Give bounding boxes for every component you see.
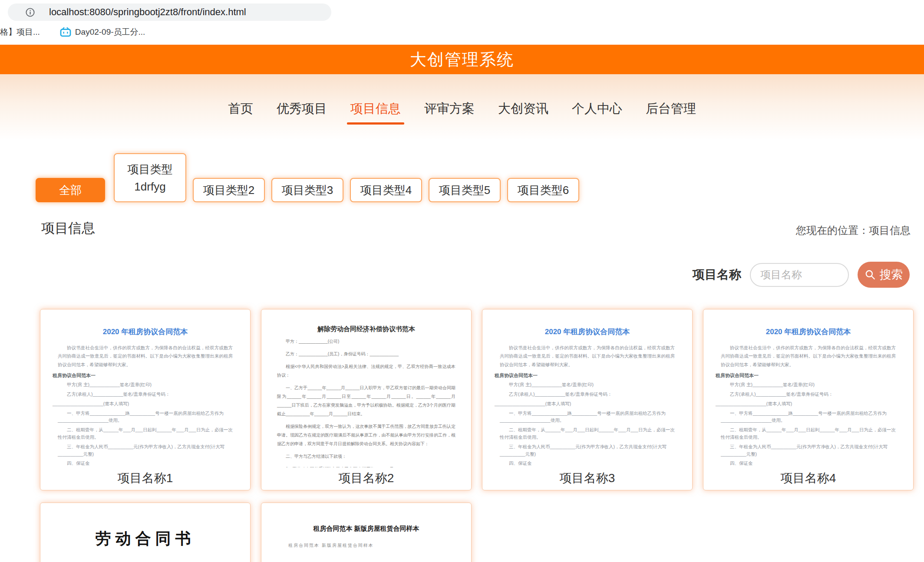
project-card[interactable]: 解除劳动合同经济补偿协议书范本 甲方：____________(公司) 乙方：_…	[261, 309, 472, 490]
filter-type1-button[interactable]: 项目类型 1drfyg	[114, 153, 186, 202]
doc-line: 乙方：____________(员工)，身份证号码：____________	[277, 350, 455, 358]
nav-item-project-info[interactable]: 项目信息	[349, 100, 403, 125]
document-thumbnail: 2020 年租房协议合同范本 协议书是社会生活中，供作的双方或数方，为保障各自的…	[487, 314, 688, 467]
nav-item-excellent-projects[interactable]: 优秀项目	[275, 100, 329, 125]
filter-type5-button[interactable]: 项目类型5	[429, 178, 501, 202]
project-card[interactable]: 2020 年租房协议合同范本 协议书是社会生活中，供作的双方或数方，为保障各自的…	[482, 309, 693, 490]
doc-paragraph: 协议书是社会生活中，供作的双方或数方，为保障各自的合法权益，经双方或数方共同协商…	[500, 344, 675, 369]
doc-line: ____________________(需本人填写)	[495, 400, 675, 408]
filter-type6-button[interactable]: 项目类型6	[507, 178, 579, 202]
filter-type1-line1: 项目类型	[128, 162, 173, 177]
filter-all-button[interactable]: 全部	[36, 178, 105, 202]
doc-line: 一、甲方将______________路__________号一楼一底的房屋出租…	[721, 410, 896, 424]
bookmark-label: Day02-09-员工分...	[75, 26, 145, 38]
nav-item-news[interactable]: 大创资讯	[496, 100, 550, 125]
bookmarks-bar: 格】项目... Day02-09-员工分...	[0, 25, 165, 39]
doc-line: ____________________(需本人填写)	[53, 400, 233, 408]
project-card-grid: 2020 年租房协议合同范本 协议书是社会生活中，供作的双方或数方，为保障各自的…	[40, 309, 908, 562]
filter-type2-button[interactable]: 项目类型2	[193, 178, 265, 202]
nav-item-review-plan[interactable]: 评审方案	[422, 100, 476, 125]
url-text[interactable]: localhost:8080/springbootj2zt8/front/ind…	[49, 7, 246, 18]
doc-line: 1、至劳动合同关系解除之日止乙方医疗期工资______元。	[277, 465, 455, 467]
doc-line: 甲方：____________(公司)	[277, 337, 455, 346]
doc-line: 四、保证金	[500, 460, 675, 467]
doc-line: 一、乙方于______年______月______日入职甲方，甲乙双方签订的最后…	[277, 384, 455, 418]
document-thumbnail: 解除劳动合同经济补偿协议书范本 甲方：____________(公司) 乙方：_…	[266, 314, 467, 467]
browser-url-bar[interactable]: localhost:8080/springbootj2zt8/front/ind…	[8, 3, 331, 21]
document-thumbnail: 2020 年租房协议合同范本 协议书是社会生活中，供作的双方或数方，为保障各自的…	[45, 314, 246, 467]
project-card-title[interactable]: 项目名称2	[261, 467, 471, 489]
doc-heading: 租房协议合同范本一	[716, 372, 901, 379]
bilibili-icon	[60, 27, 71, 37]
doc-line: ____________________(需本人填写)	[716, 400, 896, 408]
doc-line: 四、保证金	[721, 460, 896, 467]
project-card[interactable]: 2020 年租房协议合同范本 协议书是社会生活中，供作的双方或数方，为保障各自的…	[703, 309, 914, 490]
doc-line: 四、保证金	[58, 460, 233, 467]
doc-line: 三、年租金为人民币__________元(作为甲方净收入)，乙方共现金支付(计大…	[58, 443, 233, 458]
doc-line: 乙方(承租人)____________签名/盖章身份证号码：	[721, 391, 896, 398]
bookmark-item[interactable]: Day02-09-员工分...	[60, 26, 145, 38]
doc-subtitle: 租房合同范本 新版房屋租赁合同样本	[288, 542, 467, 549]
nav-band: 首页 优秀项目 项目信息 评审方案 大创资讯 个人中心 后台管理	[0, 74, 924, 140]
project-card-title[interactable]: 项目名称4	[703, 467, 913, 489]
doc-title: 2020 年租房协议合同范本	[708, 327, 909, 337]
doc-line: 三、年租金为人民币__________元(作为甲方净收入)，乙方共现金支付(计大…	[721, 443, 896, 458]
app-header: 大创管理系统	[0, 45, 924, 74]
search-button[interactable]: 搜索	[858, 262, 910, 288]
search-input[interactable]	[750, 263, 849, 287]
search-icon	[865, 269, 876, 280]
project-card[interactable]: 2020 年租房协议合同范本 协议书是社会生活中，供作的双方或数方，为保障各自的…	[40, 309, 251, 490]
search-button-label: 搜索	[880, 267, 903, 283]
bookmark-label: 格】项目...	[0, 26, 40, 38]
doc-line: 乙方(承租人)____________签名/盖章身份证号码：	[58, 391, 233, 398]
search-label: 项目名称	[693, 266, 741, 283]
document-thumbnail: 租房合同范本 新版房屋租赁合同样本 租房合同范本 新版房屋租赁合同样本 范本一：…	[266, 507, 467, 562]
page-title: 项目信息	[41, 219, 95, 237]
doc-title: 租房合同范本 新版房屋租赁合同样本	[266, 525, 467, 533]
nav-item-personal-center[interactable]: 个人中心	[570, 100, 624, 125]
doc-title: 2020 年租房协议合同范本	[487, 327, 688, 337]
filter-type4-button[interactable]: 项目类型4	[350, 178, 422, 202]
project-card-title[interactable]: 项目名称3	[482, 467, 692, 489]
doc-line: 二、租期壹年，从______年___月___日起到______年___月___日…	[500, 426, 675, 441]
bookmark-item[interactable]: 格】项目...	[0, 26, 40, 38]
doc-line: 一、甲方将______________路__________号一楼一底的房屋出租…	[500, 410, 675, 424]
nav-item-admin[interactable]: 后台管理	[644, 100, 698, 125]
breadcrumb: 您现在的位置：项目信息	[796, 223, 911, 237]
doc-line: 甲方(房 主)____________签名/盖章(红印)	[58, 381, 233, 388]
doc-heading: 租房协议合同范本一	[495, 372, 680, 379]
doc-line: 二、租期壹年，从______年___月___日起到______年___月___日…	[721, 426, 896, 441]
doc-line: 二、租期壹年，从______年___月___日起到______年___月___日…	[58, 426, 233, 441]
doc-line: 二、甲方与乙方结清以下款项：	[277, 452, 455, 461]
doc-title: 劳动合同书	[45, 528, 246, 549]
project-card[interactable]: 劳动合同书 甲方（用人单位）名 称：________________ 企 业 类…	[40, 503, 251, 562]
project-card-title[interactable]: 项目名称1	[40, 467, 250, 489]
app-title: 大创管理系统	[410, 49, 514, 71]
main-nav: 首页 优秀项目 项目信息 评审方案 大创资讯 个人中心 后台管理	[0, 100, 924, 125]
info-icon[interactable]	[25, 7, 35, 17]
filter-type3-button[interactable]: 项目类型3	[271, 178, 343, 202]
doc-line: 一、甲方将______________路__________号一楼一底的房屋出租…	[58, 410, 233, 424]
doc-paragraph: 协议书是社会生活中，供作的双方或数方，为保障各自的合法权益，经双方或数方共同协商…	[721, 344, 896, 369]
section-heading-row: 项目信息 您现在的位置：项目信息	[0, 219, 924, 237]
filter-type1-line2: 1drfyg	[134, 180, 165, 194]
doc-title: 解除劳动合同经济补偿协议书范本	[266, 325, 467, 333]
document-thumbnail: 2020 年租房协议合同范本 协议书是社会生活中，供作的双方或数方，为保障各自的…	[708, 314, 909, 467]
document-thumbnail: 劳动合同书 甲方（用人单位）名 称：________________ 企 业 类…	[45, 507, 246, 562]
doc-line: 甲方(房 主)____________签名/盖章(红印)	[500, 381, 675, 388]
project-card[interactable]: 租房合同范本 新版房屋租赁合同样本 租房合同范本 新版房屋租赁合同样本 范本一：…	[261, 503, 472, 562]
project-type-filters: 全部 项目类型 1drfyg 项目类型2 项目类型3 项目类型4 项目类型5 项…	[36, 153, 579, 202]
search-row: 项目名称 搜索	[0, 262, 924, 288]
doc-line: 根据<中华人民共和国劳动法>及相关法律、法规的规定，甲、乙双方经协商一致达成本协…	[277, 362, 455, 380]
doc-line: 甲方(房 主)____________签名/盖章(红印)	[721, 381, 896, 388]
doc-line: 三、年租金为人民币__________元(作为甲方净收入)，乙方共现金支付(计大…	[500, 443, 675, 458]
doc-paragraph: 协议书是社会生活中，供作的双方或数方，为保障各自的合法权益，经双方或数方共同协商…	[58, 344, 233, 369]
doc-line: 乙方(承租人)____________签名/盖章身份证号码：	[500, 391, 675, 398]
doc-line: 根据保险条例规定，双方一致认为，这次事故不属于工伤范围，故乙方同意放弃工伤认定申…	[277, 422, 455, 448]
doc-heading: 租房协议合同范本一	[53, 372, 238, 379]
doc-title: 2020 年租房协议合同范本	[45, 327, 246, 337]
nav-item-home[interactable]: 首页	[226, 100, 255, 125]
